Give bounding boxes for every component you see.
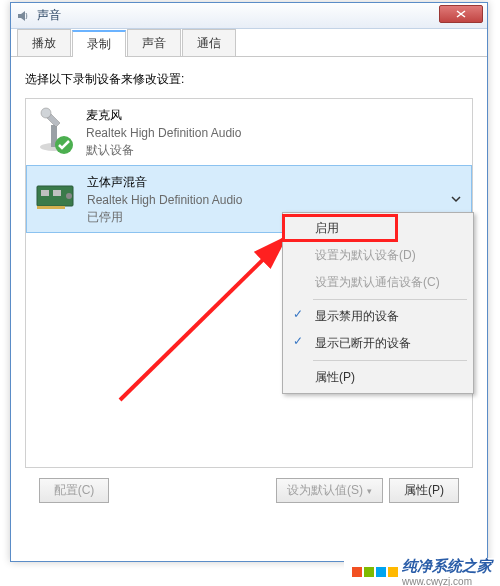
device-desc: Realtek High Definition Audio [86, 126, 468, 140]
menu-enable[interactable]: 启用 [285, 215, 471, 242]
soundcard-icon [31, 172, 79, 220]
menu-separator [313, 299, 467, 300]
window-title: 声音 [37, 7, 61, 24]
device-name: 立体声混音 [87, 174, 449, 191]
microphone-icon [30, 105, 78, 153]
check-icon: ✓ [293, 307, 303, 321]
watermark-logo [352, 567, 398, 577]
menu-show-disabled[interactable]: ✓ 显示禁用的设备 [285, 303, 471, 330]
dialog-buttons: 配置(C) 设为默认值(S) 属性(P) [25, 468, 473, 503]
titlebar: 声音 [11, 3, 487, 29]
menu-set-default-comm: 设置为默认通信设备(C) [285, 269, 471, 296]
watermark-text: 纯净系统之家 [402, 557, 492, 576]
tabstrip: 播放 录制 声音 通信 [11, 29, 487, 57]
tab-playback[interactable]: 播放 [17, 29, 71, 56]
menu-show-disconnected[interactable]: ✓ 显示已断开的设备 [285, 330, 471, 357]
properties-button[interactable]: 属性(P) [389, 478, 459, 503]
chevron-down-icon[interactable] [449, 192, 463, 206]
svg-rect-5 [41, 190, 49, 196]
close-button[interactable] [439, 5, 483, 23]
device-status: 默认设备 [86, 142, 468, 159]
check-icon: ✓ [293, 334, 303, 348]
device-name: 麦克风 [86, 107, 468, 124]
set-default-button[interactable]: 设为默认值(S) [276, 478, 383, 503]
svg-point-2 [41, 108, 51, 118]
tab-communications[interactable]: 通信 [182, 29, 236, 56]
context-menu: 启用 设置为默认设备(D) 设置为默认通信设备(C) ✓ 显示禁用的设备 ✓ 显… [282, 212, 474, 394]
instruction-text: 选择以下录制设备来修改设置: [25, 71, 473, 88]
configure-button[interactable]: 配置(C) [39, 478, 109, 503]
svg-rect-8 [37, 206, 65, 209]
default-check-icon [54, 135, 74, 155]
device-item-microphone[interactable]: 麦克风 Realtek High Definition Audio 默认设备 [26, 99, 472, 165]
svg-rect-6 [53, 190, 61, 196]
menu-set-default: 设置为默认设备(D) [285, 242, 471, 269]
menu-separator [313, 360, 467, 361]
sound-icon [15, 8, 31, 24]
tab-sounds[interactable]: 声音 [127, 29, 181, 56]
tab-recording[interactable]: 录制 [72, 30, 126, 57]
menu-properties[interactable]: 属性(P) [285, 364, 471, 391]
device-desc: Realtek High Definition Audio [87, 193, 449, 207]
device-info: 麦克风 Realtek High Definition Audio 默认设备 [86, 105, 468, 159]
svg-point-7 [66, 193, 72, 199]
watermark-url: www.cwyzj.com [402, 576, 492, 586]
watermark: 纯净系统之家 www.cwyzj.com [344, 558, 500, 586]
